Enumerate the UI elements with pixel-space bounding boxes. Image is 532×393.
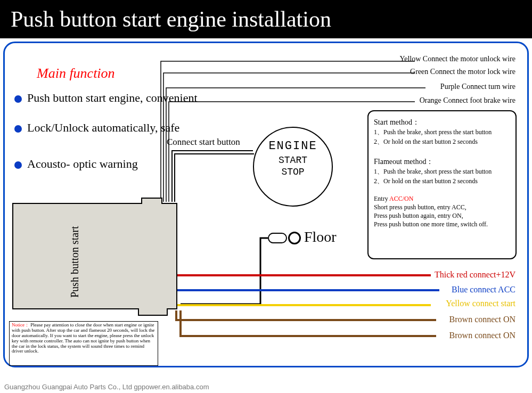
entry-step-3: Press push button one more time, switch …	[374, 220, 510, 228]
module-label: Push button start	[69, 226, 81, 298]
flameout-step-2: 2、Or hold on the start button 2 seconds	[374, 177, 510, 186]
start-step-2: 2、Or hold on the start button 2 seconds	[374, 137, 510, 146]
control-module: Push button start	[12, 203, 177, 309]
bullet-1: Push button start engine, convenient	[14, 91, 198, 105]
wire-label-yellow-start: Yellow connect start	[446, 299, 515, 308]
entry-step-1: Short press push button, entry ACC,	[374, 203, 510, 211]
diagram-container: Main function Push button start engine, …	[3, 42, 529, 367]
module-bottom-port	[138, 308, 168, 316]
flameout-method-heading: Flameout method：	[374, 157, 510, 167]
floor-label: Floor	[304, 228, 337, 245]
acc-on-highlight: ACC/ON	[389, 195, 413, 202]
wire-label-orange-brake: Orange Connect foot brake wire	[420, 96, 515, 105]
engine-label-line2: START	[254, 155, 332, 166]
footer-left: Guangzhou Guangpai Auto Parts Co., Ltd g…	[4, 383, 209, 391]
flameout-step-1: 1、Push the brake, short press the start …	[374, 167, 510, 176]
wire-label-brown-on-2: Brown connect ON	[449, 331, 515, 340]
bullet-3: Acousto- optic warning	[14, 157, 138, 171]
connect-start-button-label: Connect start button	[167, 137, 240, 148]
floor-key-icon	[268, 233, 287, 243]
start-method-heading: Start method：	[374, 118, 510, 127]
engine-label-line3: STOP	[254, 167, 332, 177]
engine-label-line1: ENGINE	[254, 140, 332, 153]
main-function-heading: Main function	[37, 66, 115, 81]
footer: Guangzhou Guangpai Auto Parts Co., Ltd g…	[4, 383, 528, 391]
wire-label-yellow-unlock: Yellow Connect the motor unlock wire	[400, 55, 516, 63]
module-top-port	[141, 198, 162, 204]
start-step-1: 1、Push the brake, short press the start …	[374, 128, 510, 137]
bullet-2: Lock/Unlock automatically, safe	[14, 121, 179, 135]
entry-heading: Entry ACC/ON	[374, 195, 510, 203]
wire-label-red-12v: Thick red connect+12V	[435, 270, 515, 280]
wire-label-blue-acc: Blue connect ACC	[452, 285, 515, 294]
notice-box: Notice： Please pay attention to close th…	[9, 321, 158, 366]
wire-label-green-lock: Green Connect the motor lock wire	[410, 68, 515, 76]
entry-step-2: Press push button again, entry ON,	[374, 212, 510, 220]
floor-circle-icon	[288, 232, 301, 244]
notice-label: Notice：	[12, 322, 29, 328]
instructions-box: Start method： 1、Push the brake, short pr…	[367, 110, 517, 259]
notice-text: Please pay attention to close the door w…	[12, 322, 154, 354]
engine-start-stop-button[interactable]: ENGINE START STOP	[253, 127, 333, 207]
wire-label-brown-on-1: Brown connect ON	[449, 315, 515, 324]
title-banner: Push button start engine installation	[0, 0, 532, 38]
wire-label-purple-turn: Purple Connect turn wire	[440, 83, 515, 91]
